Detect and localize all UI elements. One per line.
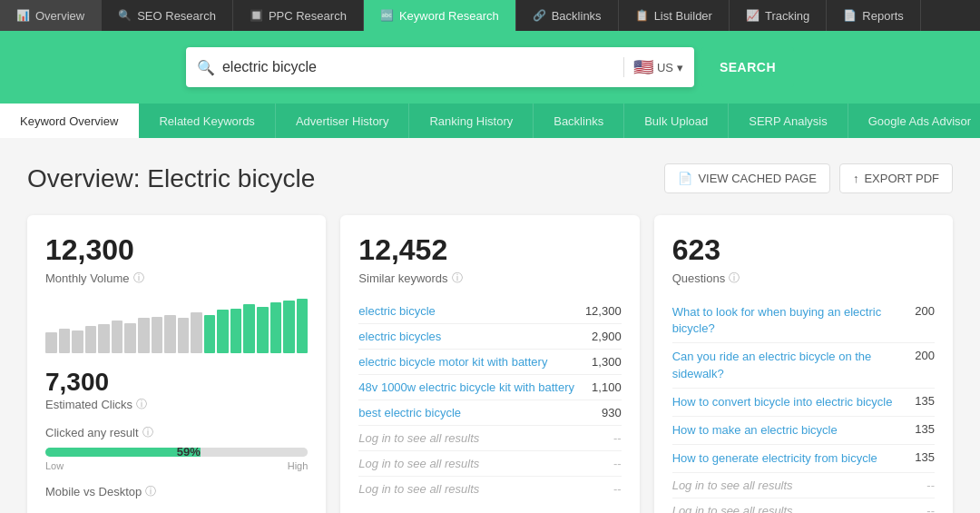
keyword-link[interactable]: electric bicycle — [358, 304, 436, 318]
question-count: -- — [926, 478, 935, 492]
progress-low: Low — [45, 460, 64, 471]
similar-keywords-card: 12,452 Similar keywords ⓘ electric bicyc… — [340, 215, 639, 513]
sub-tab-ranking-history[interactable]: Ranking History — [409, 104, 534, 138]
progress-high: High — [288, 460, 309, 471]
question-row: How to make an electric bicycle135 — [672, 417, 935, 445]
nav-item-seo-research[interactable]: 🔍SEO Research — [102, 0, 233, 31]
monthly-volume-label: Monthly Volume ⓘ — [45, 271, 308, 286]
nav-label-keyword-research: Keyword Research — [399, 9, 499, 23]
question-count: -- — [926, 504, 935, 513]
sub-tab-bulk-upload[interactable]: Bulk Upload — [624, 104, 729, 138]
nav-item-ppc-research[interactable]: 🔲PPC Research — [233, 0, 364, 31]
question-count: 135 — [915, 394, 935, 408]
question-row: How to convert bicycle into electric bic… — [672, 389, 935, 417]
keyword-text: Log in to see all results — [358, 457, 479, 470]
nav-icon-seo-research: 🔍 — [118, 9, 132, 22]
nav-item-keyword-research[interactable]: 🔤Keyword Research — [364, 0, 516, 31]
progress-percentage: 59% — [177, 445, 201, 459]
view-cached-label: VIEW CACHED PAGE — [698, 172, 817, 185]
export-pdf-button[interactable]: ↑ EXPORT PDF — [839, 163, 953, 193]
mobile-vs-desktop-label: Mobile vs Desktop ⓘ — [45, 484, 308, 499]
mini-bar — [270, 302, 282, 353]
nav-label-reports: Reports — [862, 9, 904, 23]
mini-bar — [72, 330, 83, 353]
search-input[interactable] — [222, 59, 616, 75]
sub-tab-google-ads-advisor[interactable]: Google Ads Advisor — [848, 104, 980, 138]
keyword-link[interactable]: electric bicycle motor kit with battery — [358, 355, 547, 369]
keyword-count: 1,300 — [592, 355, 622, 369]
nav-icon-keyword-research: 🔤 — [380, 9, 394, 22]
page-title: Overview: Electric bicycle — [27, 164, 315, 193]
nav-icon-list-builder: 📋 — [635, 9, 649, 22]
country-selector[interactable]: 🇺🇸 US ▾ — [623, 57, 683, 77]
clicked-result-help-icon[interactable]: ⓘ — [142, 425, 153, 440]
monthly-volume-card: 12,300 Monthly Volume ⓘ 7,300 Estimated … — [27, 215, 326, 513]
keyword-count: -- — [613, 482, 622, 496]
monthly-volume-help-icon[interactable]: ⓘ — [133, 271, 144, 286]
nav-item-backlinks[interactable]: 🔗Backlinks — [516, 0, 619, 31]
mini-bar — [112, 321, 123, 353]
main-content: Overview: Electric bicycle 📄 VIEW CACHED… — [0, 138, 980, 513]
mini-bar — [191, 312, 202, 353]
flag-icon: 🇺🇸 — [633, 57, 653, 77]
nav-label-tracking: Tracking — [765, 9, 809, 23]
question-row: How to generate electricity from bicycle… — [672, 445, 935, 473]
search-bar: 🔍 🇺🇸 US ▾ — [186, 47, 694, 87]
nav-label-seo-research: SEO Research — [137, 9, 216, 23]
nav-item-reports[interactable]: 📄Reports — [827, 0, 921, 31]
question-link[interactable]: Can you ride an electric bicycle on the … — [672, 349, 906, 381]
sub-tab-related-keywords[interactable]: Related Keywords — [139, 104, 276, 138]
questions-list: What to look for when buying an electric… — [672, 299, 935, 513]
mini-bar — [152, 317, 163, 353]
nav-item-overview[interactable]: 📊Overview — [0, 0, 102, 31]
search-icon: 🔍 — [197, 59, 215, 76]
mini-bar — [217, 310, 229, 353]
question-link[interactable]: What to look for when buying an electric… — [672, 304, 906, 337]
keyword-link[interactable]: electric bicycles — [358, 330, 441, 343]
question-link[interactable]: How to make an electric bicycle — [672, 422, 906, 439]
keyword-link[interactable]: 48v 1000w electric bicycle kit with batt… — [358, 380, 574, 394]
progress-bar: 59% — [45, 448, 308, 457]
mini-bar — [98, 324, 110, 353]
keyword-text: Log in to see all results — [358, 482, 479, 496]
sub-tab-backlinks[interactable]: Backlinks — [534, 104, 624, 138]
nav-icon-reports: 📄 — [843, 9, 857, 22]
monthly-volume-value: 12,300 — [45, 233, 308, 267]
question-link[interactable]: How to convert bicycle into electric bic… — [672, 394, 906, 410]
mini-bar — [243, 304, 255, 353]
estimated-clicks-value: 7,300 — [45, 368, 308, 397]
mini-bar — [283, 301, 295, 353]
question-link[interactable]: How to generate electricity from bicycle — [672, 450, 906, 467]
progress-ticks: Low High — [45, 460, 308, 471]
question-text: Log in to see all results — [672, 504, 793, 513]
top-navigation: 📊Overview🔍SEO Research🔲PPC Research🔤Keyw… — [0, 0, 980, 31]
estimated-clicks-help-icon[interactable]: ⓘ — [136, 397, 147, 412]
nav-icon-overview: 📊 — [16, 9, 30, 22]
sub-tab-serp-analysis[interactable]: SERP Analysis — [729, 104, 848, 138]
keyword-count: -- — [613, 431, 622, 445]
keyword-count: 2,900 — [592, 330, 622, 343]
keyword-link[interactable]: best electric bicycle — [358, 406, 461, 419]
question-row: Log in to see all results-- — [672, 473, 935, 498]
keyword-row: electric bicycle motor kit with battery1… — [358, 350, 621, 375]
mini-bar — [85, 326, 97, 353]
cards-row: 12,300 Monthly Volume ⓘ 7,300 Estimated … — [27, 215, 953, 513]
mini-bar — [45, 332, 57, 353]
keyword-text: Log in to see all results — [358, 431, 479, 445]
view-cached-button[interactable]: 📄 VIEW CACHED PAGE — [664, 163, 830, 193]
sub-tab-advertiser-history[interactable]: Advertiser History — [276, 104, 410, 138]
search-button[interactable]: SEARCH — [701, 47, 794, 87]
keyword-row: Log in to see all results-- — [358, 477, 621, 501]
nav-item-list-builder[interactable]: 📋List Builder — [619, 0, 730, 31]
nav-item-tracking[interactable]: 📈Tracking — [730, 0, 827, 31]
keyword-count: 1,100 — [592, 380, 622, 394]
questions-help-icon[interactable]: ⓘ — [729, 271, 740, 286]
keyword-count: 12,300 — [585, 304, 622, 318]
sub-tab-keyword-overview[interactable]: Keyword Overview — [0, 104, 139, 138]
nav-label-list-builder: List Builder — [654, 9, 712, 23]
sub-tabs: Keyword OverviewRelated KeywordsAdvertis… — [0, 104, 980, 138]
header-buttons: 📄 VIEW CACHED PAGE ↑ EXPORT PDF — [664, 163, 953, 193]
similar-keywords-help-icon[interactable]: ⓘ — [452, 271, 463, 286]
questions-card: 623 Questions ⓘ What to look for when bu… — [654, 215, 953, 513]
mobile-help-icon[interactable]: ⓘ — [145, 484, 156, 499]
